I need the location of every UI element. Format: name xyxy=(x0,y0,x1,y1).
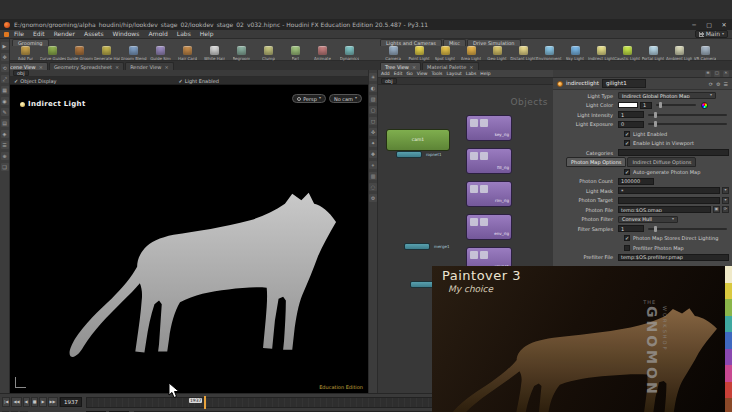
close-icon[interactable]: × xyxy=(39,64,43,70)
photon-count-field[interactable]: 100000 xyxy=(618,178,654,185)
slider-handle[interactable] xyxy=(654,121,657,127)
shelf-tool[interactable]: Sky Light xyxy=(562,46,588,61)
toolbar-icon[interactable]: ⟲ xyxy=(1,64,9,72)
color-wheel-icon[interactable] xyxy=(701,102,708,109)
toolbar-icon[interactable]: ◉ xyxy=(1,97,9,105)
shelf-tool[interactable]: Guide Groom xyxy=(66,46,93,61)
display-option-icon[interactable]: ⚙ xyxy=(369,194,377,202)
network-menu-item[interactable]: Tools xyxy=(431,71,442,76)
transport-button[interactable]: ▶ xyxy=(39,397,46,407)
close-icon[interactable]: × xyxy=(115,64,119,70)
light-enabled-toggle[interactable]: ✓ Light Enabled xyxy=(179,78,219,84)
light-color-value-field[interactable]: 1 xyxy=(640,102,652,109)
pane-tab[interactable]: Material Palette × xyxy=(422,62,478,70)
display-option-icon[interactable]: ▥ xyxy=(369,172,377,180)
close-button[interactable]: ✕ xyxy=(720,21,728,28)
shelf-tab[interactable]: Lights and Cameras xyxy=(380,39,442,46)
display-option-icon[interactable]: ▧ xyxy=(369,95,377,103)
network-node-camera[interactable]: cam1 xyxy=(386,129,450,151)
photon-file-field[interactable]: temp:$OS.pmap xyxy=(618,206,711,213)
photon-filter-dropdown[interactable]: Convex Hull ▾ xyxy=(618,216,678,223)
toolbar-icon[interactable]: ▶ xyxy=(1,42,9,50)
shelf-tool[interactable]: Generate Hair xyxy=(93,46,120,61)
menu-item[interactable]: Edit xyxy=(33,30,45,37)
photon-target-field[interactable] xyxy=(618,197,720,204)
menu-item[interactable]: Labs xyxy=(177,30,191,37)
toolbar-icon[interactable]: ▤ xyxy=(1,119,9,127)
shelf-tool[interactable]: Area Light xyxy=(458,46,484,61)
display-option-icon[interactable]: ❖ xyxy=(369,150,377,158)
playhead[interactable] xyxy=(204,396,206,409)
prefilter-checkbox[interactable] xyxy=(624,245,630,251)
header-icon[interactable]: ⚙ xyxy=(716,81,720,87)
chevron-down-icon[interactable]: ▾ xyxy=(722,197,729,204)
network-menu-item[interactable]: Layout xyxy=(446,71,461,76)
light-enabled-checkbox[interactable]: ✓ xyxy=(624,131,630,137)
network-node-light[interactable]: env_rig xyxy=(466,214,512,240)
shelf-tool[interactable]: Distant Light xyxy=(510,46,536,61)
display-option-icon[interactable]: ✜ xyxy=(369,128,377,136)
menu-item[interactable]: Assets xyxy=(84,30,104,37)
shelf-tool[interactable]: Portal Light xyxy=(640,46,666,61)
shelf-tool[interactable]: Caustic Light xyxy=(614,46,640,61)
toolbar-icon[interactable]: ⤢ xyxy=(1,75,9,83)
pane-tab[interactable]: Render View × xyxy=(125,62,173,70)
network-path-chip[interactable]: obj xyxy=(381,78,397,84)
display-option-icon[interactable]: ◻ xyxy=(369,117,377,125)
shelf-tool[interactable]: Camera xyxy=(380,46,406,61)
light-color-swatch[interactable] xyxy=(618,102,638,108)
network-menu-item[interactable]: View xyxy=(417,71,428,76)
network-menu-item[interactable]: Edit xyxy=(394,71,403,76)
shelf-tool[interactable]: Add Fur xyxy=(12,46,39,61)
menu-item[interactable]: Arnold xyxy=(148,30,167,37)
shelf-tool[interactable]: Dynamics xyxy=(336,46,363,61)
pane-tab[interactable]: Geometry Spreadsheet × xyxy=(49,62,124,70)
maximize-button[interactable]: ▢ xyxy=(705,21,713,28)
filter-samples-field[interactable]: 1 xyxy=(618,225,644,232)
shelf-tool[interactable]: Groom Blend xyxy=(120,46,147,61)
light-mask-field[interactable]: * xyxy=(618,187,720,194)
shelf-tool[interactable]: Clump xyxy=(255,46,282,61)
display-option-icon[interactable]: ▢ xyxy=(369,106,377,114)
toolbar-icon[interactable]: ❏ xyxy=(1,163,9,171)
shelf-tool[interactable]: Part xyxy=(282,46,309,61)
reload-icon[interactable]: ⟳ xyxy=(722,206,729,213)
stores-direct-checkbox[interactable]: ✓ xyxy=(624,235,630,241)
minimize-button[interactable]: ─ xyxy=(690,21,698,28)
display-option-icon[interactable]: ✳ xyxy=(369,73,377,81)
transport-button[interactable]: ■ xyxy=(31,397,39,407)
shelf-tool[interactable]: White Hair xyxy=(201,46,228,61)
slider-handle[interactable] xyxy=(659,102,662,108)
pane-tab[interactable]: Tree View × xyxy=(380,62,421,70)
light-exposure-slider[interactable] xyxy=(648,123,727,125)
chevron-down-icon[interactable]: ▾ xyxy=(722,187,729,194)
shelf-tool[interactable]: Spot Light xyxy=(432,46,458,61)
shelf-tool[interactable]: Indirect Light xyxy=(588,46,614,61)
light-color-slider[interactable] xyxy=(656,104,696,106)
prefilter-file-field[interactable]: temp:$OS.prefilter.pmap xyxy=(618,254,729,261)
network-node-light[interactable]: fill_rig xyxy=(466,148,512,174)
menu-item[interactable]: Render xyxy=(54,30,75,37)
shelf-tab[interactable]: Drive Simulation xyxy=(467,39,521,46)
pane-control-icon[interactable]: ≡ xyxy=(705,71,711,77)
slider-handle[interactable] xyxy=(654,112,657,118)
desktop-selector[interactable]: Main ▾ xyxy=(695,30,728,38)
network-menu-item[interactable]: Add xyxy=(381,71,390,76)
network-node-flat[interactable]: ropnet1 xyxy=(396,151,422,158)
scene-viewport[interactable]: obj ✓ Object Display ✓ Light Enabled Per… xyxy=(10,70,368,393)
transport-button[interactable]: ◀ xyxy=(23,397,30,407)
display-option-icon[interactable]: ◌ xyxy=(369,183,377,191)
shelf-tool[interactable]: Environment Light xyxy=(536,46,562,61)
network-node-flat[interactable]: merge1 xyxy=(404,243,430,250)
header-icon[interactable]: ☰ xyxy=(724,81,728,87)
network-node-light[interactable]: rim_rig xyxy=(466,181,512,207)
file-chooser-icon[interactable]: ▣ xyxy=(713,206,720,213)
categories-field[interactable] xyxy=(618,149,729,156)
toolbar-icon[interactable]: ⊕ xyxy=(1,152,9,160)
current-frame-field[interactable]: 1937 xyxy=(60,397,82,407)
shelf-tool[interactable]: Guide Sim xyxy=(147,46,174,61)
menu-item[interactable]: Help xyxy=(200,30,214,37)
display-option-icon[interactable]: ✦ xyxy=(369,139,377,147)
menu-item[interactable]: Windows xyxy=(113,30,140,37)
shelf-tool[interactable]: Curve Guides xyxy=(39,46,66,61)
